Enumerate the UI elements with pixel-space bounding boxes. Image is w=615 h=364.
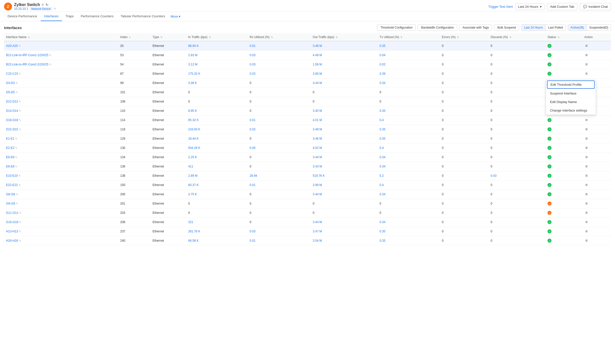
- interface-edit-icon[interactable]: ✎: [16, 202, 18, 205]
- interface-name-link[interactable]: D12-D12: [6, 100, 18, 103]
- sort-icon-rx-util[interactable]: ⇅: [271, 36, 273, 39]
- sort-icon-discards[interactable]: ⇅: [509, 36, 511, 39]
- threshold-configuration-button[interactable]: Threshold Configuration: [377, 24, 416, 31]
- interface-edit-icon[interactable]: ✎: [19, 119, 21, 122]
- action-menu-button[interactable]: ≡: [584, 71, 589, 76]
- action-menu-button[interactable]: ≡: [584, 210, 589, 216]
- action-menu-button[interactable]: ≡: [584, 145, 589, 151]
- bandwidth-configuration-button[interactable]: Bandwidth Configuration: [418, 24, 457, 31]
- interface-edit-icon[interactable]: ✎: [19, 230, 21, 233]
- interface-name-link[interactable]: H16-H16: [6, 239, 18, 242]
- dropdown-edit-threshold[interactable]: Edit Threshold Profile: [547, 80, 595, 89]
- dropdown-edit-display-name[interactable]: Edit Display Name: [546, 98, 596, 106]
- dropdown-suspend-interface[interactable]: Suspend Interface: [546, 89, 596, 98]
- action-menu-button[interactable]: ≡: [584, 52, 589, 58]
- table-row: E6-E6✎ 134 Ethernet 2.25 K 0 3.44 M 0.34…: [4, 153, 611, 162]
- interface-name-link[interactable]: E10-E10: [6, 174, 18, 177]
- interface-name-link[interactable]: D22-D22: [6, 128, 18, 131]
- suspended-filter-button[interactable]: Suspended(0): [587, 25, 611, 31]
- cell-index: 54: [118, 60, 151, 69]
- last-24-hours-filter[interactable]: Last 24 Hours: [521, 25, 545, 31]
- action-menu-button[interactable]: ≡: [584, 43, 589, 49]
- action-menu-button[interactable]: ≡: [584, 238, 589, 243]
- nav-more-button[interactable]: More ▾: [168, 12, 182, 21]
- tab-tabular-performance-counters[interactable]: Tabular Performance Counters: [117, 12, 168, 21]
- action-menu-button[interactable]: ≡: [584, 117, 589, 123]
- interface-name-link[interactable]: D3-D3: [6, 81, 15, 85]
- last-polled-filter[interactable]: Last Polled: [545, 25, 565, 31]
- interface-name-link[interactable]: D5-D5: [6, 90, 15, 94]
- interface-edit-icon[interactable]: ✎: [16, 81, 18, 84]
- interface-name-link[interactable]: G9-G9: [6, 202, 15, 205]
- sort-icon-name[interactable]: ⇅: [28, 36, 30, 39]
- interface-edit-icon[interactable]: ✎: [19, 221, 21, 224]
- interface-name-link[interactable]: D18-D18: [6, 118, 18, 122]
- interface-edit-icon[interactable]: ✎: [19, 128, 21, 131]
- interface-edit-icon[interactable]: ✎: [19, 100, 21, 103]
- action-menu-button[interactable]: ≡: [584, 229, 589, 234]
- incident-chat-button[interactable]: 💬 Incident Chat: [580, 3, 611, 10]
- interface-edit-icon[interactable]: ✎: [19, 174, 21, 177]
- hamburger-icon[interactable]: ≡: [41, 3, 44, 7]
- action-menu-button[interactable]: ≡: [584, 164, 589, 169]
- edit-device-icon[interactable]: ✎: [54, 7, 56, 11]
- dropdown-change-interface-settings[interactable]: Change Interface settings: [546, 106, 596, 115]
- sort-icon-in-traffic[interactable]: ⇅: [209, 36, 211, 39]
- sort-icon-index[interactable]: ▾: [129, 36, 130, 39]
- interface-edit-icon[interactable]: ✎: [19, 72, 21, 75]
- interface-edit-icon[interactable]: ✎: [15, 165, 17, 168]
- action-menu-button[interactable]: ≡: [584, 192, 589, 197]
- tab-traps[interactable]: Traps: [62, 12, 77, 21]
- bulk-suspend-button[interactable]: Bulk Suspend: [494, 24, 519, 31]
- add-custom-tab-button[interactable]: Add Custom Tab: [547, 3, 578, 10]
- interface-name-link[interactable]: E22-E22: [6, 183, 18, 187]
- associate-with-tags-button[interactable]: Associate with Tags: [459, 24, 492, 31]
- cell-status: ✓: [545, 218, 582, 227]
- interface-edit-icon[interactable]: ✎: [19, 184, 21, 187]
- action-menu-button[interactable]: ≡: [584, 182, 589, 188]
- interface-edit-icon[interactable]: ✎: [15, 146, 17, 149]
- interface-name-link[interactable]: G8-G8: [6, 193, 15, 196]
- interface-edit-icon[interactable]: ✎: [15, 156, 17, 159]
- sort-icon-type[interactable]: ⇅: [160, 36, 162, 39]
- action-menu-button[interactable]: ≡: [584, 219, 589, 225]
- interface-edit-icon[interactable]: ✎: [49, 63, 51, 66]
- interface-name-link[interactable]: G11-G11: [6, 211, 18, 215]
- refresh-icon[interactable]: ↻: [45, 3, 48, 7]
- sort-icon-out-traffic[interactable]: ⇅: [336, 36, 338, 39]
- interface-edit-icon[interactable]: ✎: [19, 44, 21, 47]
- action-menu-button[interactable]: ≡: [584, 127, 589, 132]
- action-menu-button[interactable]: ≡: [584, 62, 589, 67]
- interface-name-link[interactable]: C23-C23: [6, 72, 18, 75]
- interface-name-link[interactable]: B21-Link-to-IRF-Core1-1/2/0/25: [6, 53, 48, 57]
- interface-edit-icon[interactable]: ✎: [16, 193, 18, 196]
- sort-icon-tx-util[interactable]: ⇅: [400, 36, 402, 39]
- interface-name-link[interactable]: E8-E8: [6, 165, 14, 168]
- interface-name-link[interactable]: B22-Link-to-IRF-Core2-2/2/0/25: [6, 63, 48, 66]
- interface-name-link[interactable]: E6-E6: [6, 155, 14, 159]
- interface-edit-icon[interactable]: ✎: [19, 211, 21, 214]
- interface-name-link[interactable]: E1-E1: [6, 137, 14, 140]
- tab-interfaces[interactable]: Interfaces: [41, 12, 62, 21]
- interface-edit-icon[interactable]: ✎: [19, 109, 21, 112]
- interface-edit-icon[interactable]: ✎: [49, 54, 51, 57]
- action-menu-button[interactable]: ≡: [584, 136, 589, 141]
- action-menu-button[interactable]: ≡: [584, 154, 589, 160]
- interface-edit-icon[interactable]: ✎: [16, 91, 18, 94]
- tab-device-performance[interactable]: Device Performance: [4, 12, 41, 21]
- interface-name-link[interactable]: G16-G16: [6, 220, 18, 224]
- interface-edit-icon[interactable]: ✎: [15, 137, 17, 140]
- tab-performance-counters[interactable]: Performance Counters: [77, 12, 117, 21]
- action-menu-button[interactable]: ≡: [584, 201, 589, 206]
- sort-icon-errors[interactable]: ⇅: [457, 36, 459, 39]
- sort-icon-status[interactable]: ⇅: [558, 36, 560, 39]
- interface-name-link[interactable]: H13-H13: [6, 230, 18, 233]
- action-menu-button[interactable]: ≡: [584, 173, 589, 178]
- time-selector[interactable]: Last 24 Hours ▾: [515, 3, 544, 10]
- interface-edit-icon[interactable]: ✎: [19, 239, 21, 242]
- interface-name-link[interactable]: A20-A20: [6, 44, 18, 48]
- trigger-alert-link[interactable]: Trigger Test Alert: [488, 5, 513, 9]
- interface-name-link[interactable]: E2-E2: [6, 146, 14, 150]
- interface-name-link[interactable]: D14-D14: [6, 109, 18, 113]
- active-filter-button[interactable]: Active(36): [568, 25, 587, 31]
